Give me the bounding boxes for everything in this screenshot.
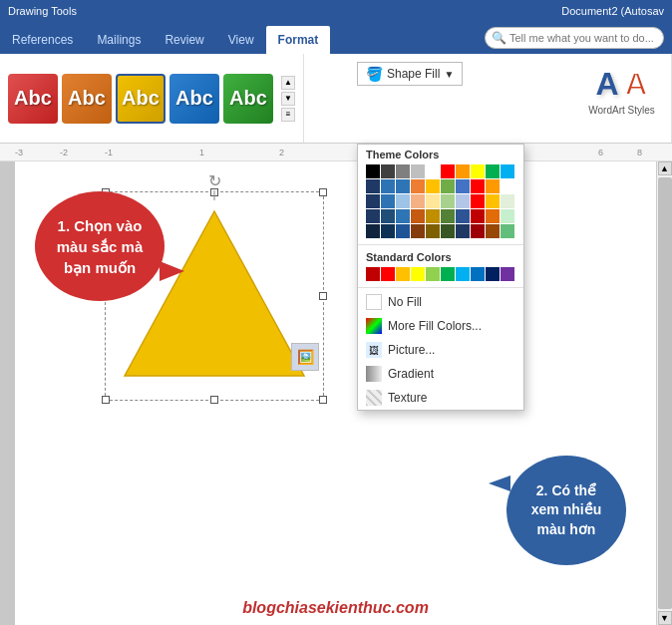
gradient-label: Gradient: [388, 367, 434, 381]
rotation-handle[interactable]: ↻: [208, 171, 221, 200]
handle-mr[interactable]: [319, 292, 327, 300]
handle-br[interactable]: [319, 396, 327, 404]
theme-color-cell[interactable]: [486, 209, 500, 223]
theme-color-cell[interactable]: [501, 224, 514, 238]
theme-color-cell[interactable]: [411, 164, 425, 178]
theme-color-cell[interactable]: [441, 164, 455, 178]
handle-tr[interactable]: [319, 188, 327, 196]
scroll-down-arrow[interactable]: ▼: [658, 611, 672, 625]
theme-color-cell[interactable]: [366, 179, 380, 193]
theme-color-cell[interactable]: [411, 179, 425, 193]
theme-color-cell[interactable]: [411, 209, 425, 223]
theme-color-cell[interactable]: [456, 179, 470, 193]
standard-color-cell[interactable]: [471, 267, 485, 281]
standard-color-cell[interactable]: [501, 267, 514, 281]
theme-color-cell[interactable]: [381, 209, 395, 223]
theme-color-cell[interactable]: [501, 164, 514, 178]
theme-color-cell[interactable]: [381, 164, 395, 178]
theme-color-cell[interactable]: [456, 224, 470, 238]
theme-color-cell[interactable]: [501, 194, 514, 208]
theme-color-cell[interactable]: [486, 224, 500, 238]
theme-color-cell[interactable]: [486, 179, 500, 193]
standard-color-cell[interactable]: [486, 267, 500, 281]
theme-color-cell[interactable]: [381, 179, 395, 193]
texture-item[interactable]: Texture: [358, 386, 523, 410]
theme-color-cell[interactable]: [471, 164, 485, 178]
theme-color-cell[interactable]: [471, 194, 485, 208]
shape-fill-label[interactable]: Shape Fill: [387, 67, 440, 81]
scroll-down-btn[interactable]: ▼: [281, 92, 295, 106]
standard-color-cell[interactable]: [441, 267, 455, 281]
theme-color-cell[interactable]: [426, 194, 440, 208]
wordart-a1[interactable]: A: [595, 66, 618, 103]
no-fill-item[interactable]: No Fill: [358, 290, 523, 314]
theme-color-cell[interactable]: [441, 224, 455, 238]
paint-bucket-icon: 🪣: [366, 66, 383, 82]
picture-item[interactable]: 🖼 Picture...: [358, 338, 523, 362]
abc-btn-blue[interactable]: Abc: [169, 74, 219, 124]
theme-color-cell[interactable]: [366, 164, 380, 178]
theme-color-cell[interactable]: [366, 209, 380, 223]
standard-color-cell[interactable]: [381, 267, 395, 281]
theme-color-cell[interactable]: [411, 194, 425, 208]
more-fill-colors-item[interactable]: More Fill Colors...: [358, 314, 523, 338]
theme-color-cell[interactable]: [396, 164, 410, 178]
theme-color-cell[interactable]: [426, 209, 440, 223]
theme-color-cell[interactable]: [426, 164, 440, 178]
doc-title: Document2 (Autosav: [561, 5, 664, 17]
theme-color-cell[interactable]: [426, 224, 440, 238]
gradient-item[interactable]: Gradient: [358, 362, 523, 386]
standard-color-cell[interactable]: [396, 267, 410, 281]
scroll-up-arrow[interactable]: ▲: [658, 161, 672, 175]
theme-color-cell[interactable]: [396, 194, 410, 208]
theme-color-cell[interactable]: [501, 209, 514, 223]
standard-color-cell[interactable]: [456, 267, 470, 281]
theme-color-cell[interactable]: [396, 179, 410, 193]
theme-color-cell[interactable]: [366, 224, 380, 238]
theme-color-cell[interactable]: [441, 209, 455, 223]
theme-color-cell[interactable]: [441, 194, 455, 208]
search-input[interactable]: [485, 27, 664, 49]
tab-mailings[interactable]: Mailings: [85, 26, 153, 54]
theme-color-cell[interactable]: [396, 209, 410, 223]
theme-color-cell[interactable]: [471, 224, 485, 238]
theme-color-cell[interactable]: [501, 179, 514, 193]
scroll-more-btn[interactable]: ≡: [281, 108, 295, 122]
tab-view[interactable]: View: [216, 26, 266, 54]
abc-btn-orange[interactable]: Abc: [62, 74, 112, 124]
theme-color-cell[interactable]: [471, 179, 485, 193]
scroll-up-btn[interactable]: ▲: [281, 76, 295, 90]
theme-color-cell[interactable]: [486, 164, 500, 178]
handle-bl[interactable]: [102, 396, 110, 404]
theme-color-cell[interactable]: [486, 194, 500, 208]
tab-format[interactable]: Format: [266, 26, 331, 54]
theme-color-cell[interactable]: [381, 194, 395, 208]
tab-references[interactable]: References: [0, 26, 85, 54]
theme-color-cell[interactable]: [381, 224, 395, 238]
shape-fill-button-area: 🪣 Shape Fill ▼: [357, 62, 463, 86]
theme-color-cell[interactable]: [396, 224, 410, 238]
theme-color-cell[interactable]: [441, 179, 455, 193]
handle-bm[interactable]: [210, 396, 218, 404]
abc-btn-yellow-selected[interactable]: Abc: [116, 74, 166, 124]
bubble1-text: 1. Chọn vào màu sắc mà bạn muốn: [57, 215, 144, 278]
theme-color-cell[interactable]: [456, 194, 470, 208]
abc-btn-green[interactable]: Abc: [223, 74, 273, 124]
tab-review[interactable]: Review: [153, 26, 215, 54]
theme-color-cell[interactable]: [366, 194, 380, 208]
dropdown-arrow-icon[interactable]: ▼: [444, 69, 454, 80]
image-icon[interactable]: 🖼️: [291, 343, 319, 371]
v-scrollbar[interactable]: ▲ ▼: [656, 161, 672, 625]
theme-color-cell[interactable]: [426, 179, 440, 193]
standard-color-cell[interactable]: [411, 267, 425, 281]
standard-color-cell[interactable]: [366, 267, 380, 281]
wordart-a2[interactable]: A: [625, 66, 648, 103]
theme-color-cell[interactable]: [411, 224, 425, 238]
theme-color-cell[interactable]: [456, 209, 470, 223]
theme-color-cell[interactable]: [456, 164, 470, 178]
search-container: 🔍: [485, 27, 664, 49]
theme-color-cell[interactable]: [471, 209, 485, 223]
scroll-thumb[interactable]: [658, 177, 672, 609]
abc-btn-red[interactable]: Abc: [8, 74, 58, 124]
standard-color-cell[interactable]: [426, 267, 440, 281]
